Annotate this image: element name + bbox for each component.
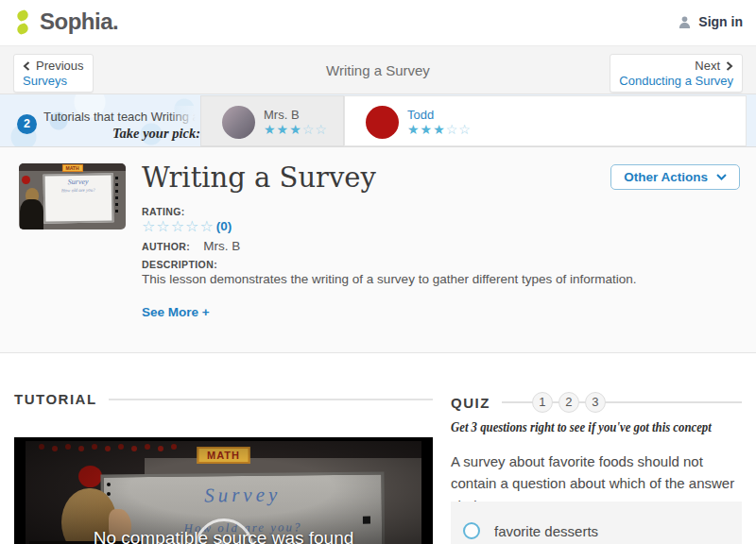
- logo-wordmark: Sophia.: [40, 8, 118, 36]
- quiz-step-1: 1: [532, 392, 553, 413]
- other-actions-button[interactable]: Other Actions: [610, 164, 740, 190]
- banner-tagline: Take your pick:: [106, 126, 200, 142]
- tutorial-heading-rule: [109, 399, 433, 400]
- thumbnail-math-sign: MATH: [61, 164, 82, 172]
- sign-in-button[interactable]: Sign in: [678, 14, 743, 29]
- page: Sophia. Sign in Writing a Survey Previou…: [0, 0, 756, 544]
- top-header: Sophia. Sign in: [0, 0, 756, 45]
- next-lesson-button[interactable]: Next Conducting a Survey: [610, 54, 743, 93]
- thumbnail-board-title: Survey: [45, 177, 112, 186]
- previous-label: Previous: [36, 59, 84, 73]
- quiz-section-header: QUIZ 1 2 3: [451, 391, 742, 414]
- tutorial-video-player[interactable]: MATH Survey How old are you? No compatib…: [14, 437, 433, 544]
- thumbnail-board-question: How old are you?: [45, 187, 112, 193]
- lesson-rating-stars: ☆☆☆☆☆: [142, 217, 215, 235]
- rating-count-link[interactable]: (0): [216, 219, 232, 233]
- tutor-card-mrs-b[interactable]: Mrs. B ★★★☆☆: [200, 95, 344, 146]
- description-text: This lesson demonstrates the writing of …: [142, 271, 671, 289]
- quiz-heading: QUIZ: [451, 395, 490, 411]
- lesson-rating-row: ☆☆☆☆☆ (0): [142, 217, 232, 235]
- lesson-page-title: Writing a Survey: [142, 162, 376, 194]
- sign-in-label: Sign in: [698, 14, 743, 29]
- chevron-left-icon: [23, 61, 30, 71]
- author-name: Mrs. B: [203, 239, 240, 253]
- see-more-link[interactable]: See More +: [142, 305, 210, 319]
- mrs-b-avatar: [222, 106, 255, 139]
- lower-section: TUTORIAL MATH Survey How old are you?: [0, 353, 756, 544]
- sophia-leaf-icon: [11, 8, 34, 36]
- lesson-thumbnail[interactable]: MATH Survey How old are you?: [19, 163, 126, 230]
- author-row: AUTHOR: Mrs. B: [142, 239, 240, 253]
- tutorial-count-badge: 2: [17, 114, 37, 134]
- rating-label: RATING:: [142, 206, 185, 217]
- thumbnail-apple-decoration: [22, 176, 30, 184]
- author-label: AUTHOR:: [142, 241, 190, 252]
- thumbnail-whiteboard: Survey How old are you?: [43, 173, 114, 223]
- quiz-answer-option[interactable]: favorite desserts: [451, 502, 742, 544]
- sophia-logo[interactable]: Sophia.: [11, 8, 118, 36]
- person-icon: [678, 15, 692, 29]
- todd-avatar: [366, 106, 399, 139]
- tutor-rating-stars: ★★★☆☆: [264, 122, 328, 137]
- previous-target-link[interactable]: Surveys: [23, 74, 84, 88]
- radio-button[interactable]: [463, 522, 480, 539]
- tutor-name: Mrs. B: [264, 108, 300, 122]
- answer-option-label: favorite desserts: [494, 523, 598, 539]
- tutor-card-todd[interactable]: Todd ★★★☆☆: [344, 95, 747, 146]
- thumbnail-teacher-body: [20, 199, 43, 230]
- description-label: DESCRIPTION:: [142, 259, 217, 270]
- quiz-steps: 1 2 3: [502, 391, 742, 414]
- previous-lesson-button[interactable]: Previous Surveys: [13, 54, 94, 93]
- next-label: Next: [695, 59, 720, 73]
- tutor-name: Todd: [407, 108, 434, 122]
- banner-heading-fade: [168, 106, 200, 127]
- tutor-rating-stars: ★★★☆☆: [407, 122, 472, 137]
- tutorial-heading: TUTORIAL: [14, 391, 97, 407]
- other-actions-label: Other Actions: [624, 170, 708, 184]
- lesson-info-section: MATH Survey How old are you? Writing a S…: [0, 147, 756, 353]
- next-target-link[interactable]: Conducting a Survey: [619, 74, 733, 88]
- chevron-down-icon: [716, 174, 727, 180]
- tutors-banner: 2 Tutorials that teach Writing a Su Take…: [0, 94, 756, 147]
- video-error-message: No compatible source was found: [14, 528, 433, 544]
- quiz-tagline: Get 3 questions right to see if you've g…: [451, 419, 733, 435]
- thumbnail-board-markers: [115, 177, 118, 179]
- lesson-navbar: Writing a Survey Previous Surveys Next C…: [0, 45, 756, 94]
- quiz-step-2: 2: [558, 392, 579, 413]
- quiz-step-3: 3: [585, 392, 606, 413]
- tutorial-section-header: TUTORIAL: [14, 391, 433, 407]
- chevron-right-icon: [726, 61, 733, 71]
